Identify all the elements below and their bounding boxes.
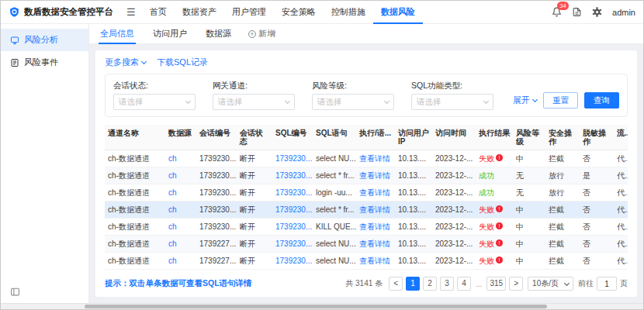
cell-source[interactable]: ch xyxy=(165,253,196,269)
view-detail-link[interactable]: 查看详情 xyxy=(359,205,390,214)
view-detail-link[interactable]: 查看详情 xyxy=(359,154,390,163)
more-search-link[interactable]: 更多搜索 xyxy=(105,57,146,68)
result-text: 失败 xyxy=(479,222,494,231)
menu-toggle-icon[interactable]: ☰ xyxy=(126,6,136,18)
select-placeholder: 请选择 xyxy=(317,97,342,108)
cell-source[interactable]: ch xyxy=(165,219,196,235)
cell-mask: 否 xyxy=(580,253,614,269)
settings-gear-icon[interactable] xyxy=(592,7,602,17)
table-row[interactable]: ch-数据通道ch1739230...断开1739230...select NU… xyxy=(105,150,628,167)
chevron-down-icon xyxy=(141,59,147,64)
page-button[interactable]: 3 xyxy=(440,277,454,291)
reset-button[interactable]: 重置 xyxy=(543,92,578,108)
cell-status: 断开 xyxy=(237,202,272,218)
cell-time: 2023-12-... xyxy=(432,167,476,184)
filter-select[interactable]: 请选择 xyxy=(113,94,196,110)
sidebar-item[interactable]: 风险分析 xyxy=(1,29,88,51)
cell-sql_no[interactable]: 1739230... xyxy=(272,202,313,218)
top-header: 数盾数据安全管控平台 ☰ 首页数据资产用户管理安全策略控制措施数据风险 34 a… xyxy=(1,1,643,24)
cell-source[interactable]: ch xyxy=(165,184,196,201)
scrollbar-thumb[interactable] xyxy=(85,305,547,308)
nav-item[interactable]: 首页 xyxy=(142,1,175,24)
table-row[interactable]: ch-数据通道ch1739227...断开1739230...select NU… xyxy=(105,253,628,270)
cell-ip: 10.13.... xyxy=(395,167,432,184)
tab[interactable]: 访问用户 xyxy=(151,24,189,44)
result-text: 失败 xyxy=(479,205,494,214)
cell-detail: 查看详情 xyxy=(356,236,395,252)
page-ellipsis[interactable]: ... xyxy=(474,280,483,288)
collapse-sidebar-icon[interactable] xyxy=(10,287,20,297)
cell-mask: 否 xyxy=(580,150,614,167)
nav-item[interactable]: 控制措施 xyxy=(324,1,373,24)
tab[interactable]: 数据源 xyxy=(204,24,233,44)
app-title: 数盾数据安全管控平台 xyxy=(24,6,113,18)
filter-select[interactable]: 请选择 xyxy=(411,94,493,110)
document-button[interactable] xyxy=(572,7,582,17)
goto-label: 页 xyxy=(620,278,628,289)
nav-item[interactable]: 数据资产 xyxy=(175,1,224,24)
cell-time: 2023-12-... xyxy=(432,219,476,235)
nav-item[interactable]: 用户管理 xyxy=(224,1,274,24)
monitor-icon xyxy=(10,36,19,45)
cell-flow: 代... xyxy=(614,253,628,269)
table-row[interactable]: ch-数据通道ch1739227...断开1739230...select NU… xyxy=(105,236,628,253)
column-header: 执行/语... xyxy=(356,125,395,150)
cell-sql_no[interactable]: 1739230... xyxy=(272,184,313,201)
page-button[interactable]: 1 xyxy=(406,277,420,291)
sidebar: 风险分析风险事件 xyxy=(1,24,89,303)
nav-item[interactable]: 数据风险 xyxy=(373,1,423,24)
prev-page-button[interactable]: < xyxy=(389,277,403,291)
page-size-select[interactable]: 10条/页 xyxy=(528,277,573,291)
sidebar-item[interactable]: 风险事件 xyxy=(1,51,88,74)
view-detail-link[interactable]: 查看详情 xyxy=(359,171,390,180)
view-detail-link[interactable]: 查看详情 xyxy=(359,188,390,197)
table-row[interactable]: ch-数据通道ch1739230...断开1739230...KILL QUE.… xyxy=(105,219,628,236)
next-page-button[interactable]: > xyxy=(509,277,523,291)
view-detail-link[interactable]: 查看详情 xyxy=(359,222,390,231)
notifications-button[interactable]: 34 xyxy=(552,7,562,17)
table-body: ch-数据通道ch1739230...断开1739230...select NU… xyxy=(105,150,628,270)
goto-page-input[interactable] xyxy=(597,277,617,291)
page-button[interactable]: 2 xyxy=(423,277,437,291)
page-button[interactable]: 315 xyxy=(486,277,506,291)
table-row[interactable]: ch-数据通道ch1739230...断开1739230...select * … xyxy=(105,167,628,184)
horizontal-scrollbar[interactable] xyxy=(1,303,643,309)
table-row[interactable]: ch-数据通道ch1739230...断开1739230...login -uu… xyxy=(105,184,628,202)
column-header: 会话编号 xyxy=(196,125,237,150)
expand-link[interactable]: 展开 xyxy=(513,95,537,106)
filter-select[interactable]: 请选择 xyxy=(312,94,394,110)
column-header: SQL语句 xyxy=(313,125,356,150)
filter-group: 风险等级:请选择 xyxy=(312,81,411,110)
add-tab-label: 新增 xyxy=(258,28,275,40)
chevron-down-icon xyxy=(532,97,538,102)
cell-action: 拦截 xyxy=(545,219,580,235)
cell-risk: 中 xyxy=(513,236,545,252)
cell-source[interactable]: ch xyxy=(165,236,196,252)
chevron-down-icon xyxy=(483,98,489,104)
cell-source[interactable]: ch xyxy=(165,150,196,167)
view-detail-link[interactable]: 查看详情 xyxy=(359,257,390,265)
cell-source[interactable]: ch xyxy=(165,202,196,218)
error-icon: ! xyxy=(496,222,503,229)
view-detail-link[interactable]: 查看详情 xyxy=(359,239,390,248)
page-button[interactable]: 4 xyxy=(457,277,471,291)
nav-item[interactable]: 安全策略 xyxy=(274,1,324,24)
download-sql-link[interactable]: 下载SQL记录 xyxy=(157,57,208,68)
table-row[interactable]: ch-数据通道ch1739230...断开1739230...select * … xyxy=(105,202,628,219)
cell-sql_no[interactable]: 1739230... xyxy=(272,236,313,252)
filter-select[interactable]: 请选择 xyxy=(213,94,295,110)
username[interactable]: admin xyxy=(612,8,635,17)
tab[interactable]: 全局信息 xyxy=(99,24,136,44)
filter-group: SQL功能类型:请选择 xyxy=(411,81,511,110)
add-tab-button[interactable]: + 新增 xyxy=(248,28,275,40)
file-list-icon xyxy=(10,58,19,67)
cell-sql_no[interactable]: 1739230... xyxy=(272,167,313,184)
cell-status: 断开 xyxy=(237,219,272,235)
query-button[interactable]: 查询 xyxy=(584,92,619,108)
cell-sql_no[interactable]: 1739230... xyxy=(272,219,313,235)
cell-sql_no[interactable]: 1739230... xyxy=(272,150,313,167)
table-header-row: 通道名称数据源会话编号会话状态SQL编号SQL语句执行/语...访问用户IP访问… xyxy=(105,125,628,150)
cell-source[interactable]: ch xyxy=(165,167,196,184)
sidebar-item-label: 风险分析 xyxy=(24,34,58,46)
cell-sql_no[interactable]: 1739230... xyxy=(272,253,313,269)
